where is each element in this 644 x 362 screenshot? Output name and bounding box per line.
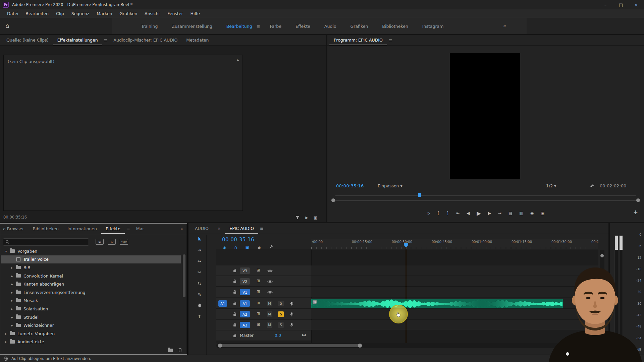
master-gain-value[interactable]: 0,0 [275, 333, 281, 338]
lock-icon[interactable] [233, 279, 236, 284]
home-icon[interactable]: ⌂ [5, 22, 9, 29]
fx-badge[interactable]: fx [313, 300, 317, 304]
minimize-button[interactable]: – [598, 0, 613, 9]
zoom-handle-right[interactable] [358, 344, 362, 348]
hand-tool[interactable] [197, 302, 203, 308]
tree-item-lumetri-vorgaben[interactable]: ▸ Lumetri-Vorgaben [1, 329, 181, 338]
track-visibility-eye-icon[interactable] [267, 290, 273, 295]
tree-item-vorgaben[interactable]: ▾ Vorgaben [1, 247, 181, 255]
workspace-menu-icon[interactable]: ≡ [257, 24, 260, 29]
solo-button[interactable]: S [278, 301, 284, 306]
menu-clip[interactable]: Clip [52, 11, 68, 16]
panel-menu-icon[interactable]: ≡ [104, 38, 108, 43]
track-header-v1[interactable]: V1 ⊞ [216, 287, 311, 297]
tab-medien-browser[interactable]: a-Browser [2, 224, 28, 234]
pinned-panel-icon[interactable]: ▣ [314, 215, 317, 220]
track-header-a2[interactable]: A2 ⊞ M S [216, 309, 311, 319]
track-badge-targeted[interactable]: A1 [240, 300, 250, 307]
fit-dropdown[interactable]: Einpassen ▾ [378, 183, 402, 188]
menu-marken[interactable]: Marken [93, 11, 116, 16]
tab-programm[interactable]: Programm: EPIC AUDIO [329, 35, 387, 45]
expander-closed-icon[interactable]: ▸ [10, 274, 14, 278]
tree-item-mosaik[interactable]: ▸ Mosaik [1, 297, 181, 305]
menu-sequenz[interactable]: Sequenz [68, 11, 93, 16]
button-editor-icon[interactable]: ▣ [541, 211, 544, 216]
sync-lock-icon[interactable]: ⊞ [257, 301, 260, 305]
filter-funnel-icon[interactable] [295, 216, 300, 220]
extract-icon[interactable]: ▥ [519, 211, 523, 216]
track-badge[interactable]: V2 [240, 278, 250, 285]
tab-quelle[interactable]: Quelle: (keine Clips) [2, 35, 53, 45]
type-tool[interactable]: T [197, 313, 203, 319]
tab-effekte[interactable]: Effekte [101, 224, 125, 234]
tree-item-audioeffekte[interactable]: ▸ Audioeffekte [1, 338, 181, 346]
track-visibility-eye-icon[interactable] [267, 269, 273, 274]
play-audio-icon[interactable]: ▶ [305, 216, 308, 220]
workspace-bearbeitung[interactable]: Bearbeitung [219, 24, 259, 29]
tab-marken[interactable]: Mar [132, 224, 149, 234]
razor-tool[interactable]: ✂ [197, 269, 203, 275]
menu-datei[interactable]: Datei [3, 11, 22, 16]
timeline-expander-icon[interactable]: ▸ [237, 58, 239, 62]
lock-icon[interactable] [233, 290, 236, 295]
audio-clip-epic-audio[interactable]: fx [311, 299, 563, 308]
program-video-viewport[interactable] [450, 53, 520, 179]
lock-icon[interactable] [233, 312, 236, 317]
track-header-a3[interactable]: A3 ⊞ M S [216, 320, 311, 330]
voiceover-mic-icon[interactable] [290, 301, 293, 307]
lock-icon[interactable] [233, 323, 236, 328]
track-badge-targeted[interactable]: A2 [240, 311, 250, 317]
timeline-hscrollbar-thumb[interactable] [219, 344, 361, 347]
workspace-effekte[interactable]: Effekte [288, 24, 317, 29]
step-back-icon[interactable]: ◀ [467, 211, 470, 216]
timeline-vscrollbar-knob[interactable] [600, 254, 604, 257]
tab-audio-sequence[interactable]: AUDIO × [191, 223, 225, 234]
zoom-handle-right[interactable] [636, 198, 640, 202]
track-header-a1[interactable]: A1 A1 ⊞ M S [216, 298, 311, 309]
tab-bibliotheken[interactable]: Bibliotheken [28, 224, 63, 234]
slip-tool[interactable]: ⇆ [197, 280, 203, 286]
panel-menu-icon[interactable]: ≡ [126, 226, 130, 231]
effects-search-box[interactable] [3, 238, 89, 246]
track-header-master[interactable]: Master 0,0 ▶◀ [216, 330, 311, 341]
solo-button[interactable]: S [278, 322, 284, 328]
expander-closed-icon[interactable]: ▸ [10, 323, 14, 327]
sync-lock-icon[interactable]: ⊞ [257, 279, 260, 283]
tab-effekteinstellungen[interactable]: Effekteinstellungen [53, 35, 102, 45]
voiceover-mic-icon[interactable] [290, 323, 293, 328]
program-current-timecode[interactable]: 00:00:35:16 [336, 183, 364, 188]
timeline-ruler[interactable]: :00:00 00:00:15:00 00:00:30:00 00:00:45:… [311, 239, 598, 249]
ripple-edit-tool[interactable]: ↔ [197, 258, 203, 264]
workspace-bibliotheken[interactable]: Bibliotheken [375, 24, 415, 29]
expander-closed-icon[interactable]: ▸ [10, 315, 14, 319]
add-button[interactable]: + [633, 209, 638, 216]
effects-scrollbar[interactable] [183, 254, 185, 297]
lock-icon[interactable] [233, 268, 236, 274]
workspace-training[interactable]: Training [134, 24, 165, 29]
sync-lock-icon[interactable]: ⊞ [257, 268, 260, 273]
zoom-handle-left[interactable] [331, 198, 335, 202]
lock-icon[interactable] [233, 301, 236, 306]
tab-epic-audio-sequence[interactable]: EPIC AUDIO [225, 223, 258, 234]
go-to-out-icon[interactable]: ⇥ [498, 211, 501, 216]
workspace-overflow-icon[interactable]: » [503, 23, 506, 29]
tree-item-trailer-voice[interactable]: Trailer Voice [1, 255, 181, 264]
solo-button-active[interactable]: S [278, 311, 284, 317]
menu-bearbeiten[interactable]: Bearbeiten [22, 11, 52, 16]
track-visibility-eye-icon[interactable] [267, 280, 273, 284]
track-badge-targeted[interactable]: A3 [240, 322, 250, 328]
mute-button[interactable]: M [267, 311, 272, 317]
expander-closed-icon[interactable]: ▸ [10, 291, 14, 294]
close-button[interactable]: × [629, 0, 644, 9]
zoom-handle-left[interactable] [218, 344, 222, 348]
maximize-button[interactable]: □ [613, 0, 629, 9]
close-tab-icon[interactable]: × [217, 226, 221, 231]
panel-menu-icon[interactable]: ≡ [389, 38, 392, 43]
program-zoom-bar[interactable] [333, 200, 639, 201]
mark-out-icon[interactable]: } [446, 211, 449, 216]
tab-metadaten[interactable]: Metadaten [182, 35, 213, 45]
sync-lock-icon[interactable]: ⊞ [257, 289, 260, 294]
mute-button[interactable]: M [267, 301, 272, 306]
new-bin-icon[interactable] [168, 349, 173, 352]
playhead-line[interactable] [406, 245, 406, 343]
